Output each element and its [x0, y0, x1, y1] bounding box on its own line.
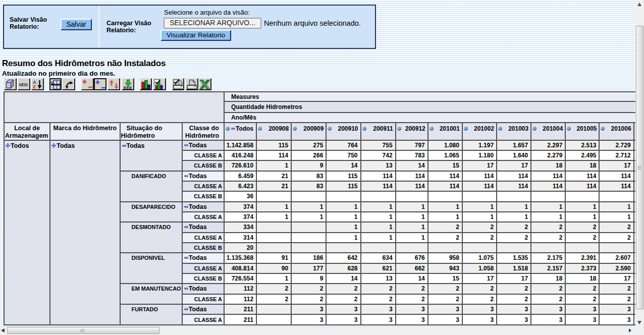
- svg-text:Z: Z: [33, 84, 36, 89]
- svg-text:MDX: MDX: [19, 82, 29, 87]
